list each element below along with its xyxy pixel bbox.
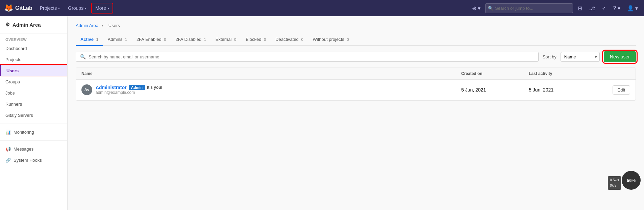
tab-2fa-disabled[interactable]: 2FA Disabled 1 (171, 33, 210, 46)
tab-active-count: 1 (96, 37, 98, 42)
more-chevron-icon: ▾ (107, 6, 109, 10)
tab-blocked[interactable]: Blocked 0 (241, 33, 271, 46)
tab-external-label: External (216, 37, 232, 42)
jobs-sidebar-label: Jobs (5, 90, 15, 96)
sort-select[interactable]: Name Email Created date Last activity (561, 52, 600, 62)
col-created: Created on (461, 71, 529, 76)
sidebar: ⚙ Admin Area Overview Dashboard Projects… (0, 16, 68, 210)
sidebar-item-runners[interactable]: Runners (0, 99, 67, 110)
tab-admins-count: 1 (125, 37, 127, 42)
groups-chevron-icon: ▾ (85, 6, 86, 10)
user-details: Administrator Admin It's you! admin@exam… (96, 85, 163, 95)
tab-2fa-enabled-count: 0 (164, 37, 166, 42)
perf-cpu: 56% (627, 178, 636, 183)
tab-2fa-disabled-count: 1 (204, 37, 206, 42)
sidebar-item-messages[interactable]: 📢 Messages (0, 143, 67, 155)
gitlab-logo-icon: 🦊 (4, 4, 13, 12)
projects-menu-button[interactable]: Projects ▾ (36, 3, 64, 13)
user-table: Name Created on Last activity Av Adminis… (76, 68, 636, 101)
search-icon: 🔍 (488, 6, 493, 11)
admin-badge: Admin (129, 85, 145, 90)
tab-without-projects-count: 0 (347, 37, 349, 42)
projects-chevron-icon: ▾ (58, 6, 60, 10)
tab-2fa-disabled-label: 2FA Disabled (175, 37, 201, 42)
runners-sidebar-label: Runners (5, 102, 22, 107)
system-hooks-label: System Hooks (14, 158, 42, 163)
perf-upload: 0.5k/s (610, 178, 619, 183)
breadcrumb-admin-link[interactable]: Admin Area (76, 23, 98, 28)
messages-label: Messages (14, 147, 33, 152)
table-row: Av Administrator Admin It's you! admin@e… (76, 80, 636, 100)
tab-external-count: 0 (234, 37, 236, 42)
tab-blocked-count: 0 (264, 37, 266, 42)
col-actions (596, 71, 630, 76)
new-user-button[interactable]: New user (604, 51, 636, 62)
tab-deactivated[interactable]: Deactivated 0 (271, 33, 308, 46)
more-label: More (95, 5, 106, 11)
user-created-date: 5 Jun, 2021 (461, 87, 529, 93)
user-actions: Edit (596, 85, 630, 95)
user-last-activity: 5 Jun, 2021 (529, 87, 596, 93)
search-box: 🔍 (76, 52, 539, 62)
perf-info: 0.5k/s 0k/s (608, 176, 621, 190)
tab-blocked-label: Blocked (246, 37, 261, 42)
sidebar-item-gitaly[interactable]: Gitaly Servers (0, 110, 67, 121)
user-avatar-button[interactable]: 👤 ▾ (625, 3, 640, 14)
sidebar-item-users[interactable]: Users (0, 65, 67, 76)
merge-requests-icon[interactable]: ⎇ (587, 3, 597, 14)
user-name-text[interactable]: Administrator (96, 85, 127, 90)
hooks-icon: 🔗 (5, 158, 11, 163)
global-search-input[interactable] (485, 3, 573, 13)
sidebar-title: Admin Area (13, 22, 41, 28)
sidebar-item-monitoring[interactable]: 📊 Monitoring (0, 127, 67, 138)
user-info: Av Administrator Admin It's you! admin@e… (81, 84, 461, 95)
edit-user-button[interactable]: Edit (613, 85, 630, 95)
tab-2fa-enabled[interactable]: 2FA Enabled 0 (132, 33, 171, 46)
tab-external[interactable]: External 0 (211, 33, 241, 46)
sidebar-item-jobs[interactable]: Jobs (0, 87, 67, 99)
col-activity: Last activity (529, 71, 596, 76)
sidebar-item-dashboard[interactable]: Dashboard (0, 43, 67, 54)
logo-text: GitLab (15, 5, 32, 11)
top-navigation: 🦊 GitLab Projects ▾ Groups ▾ More ▾ ⊕ ▾ … (0, 0, 644, 16)
messages-icon: 📢 (5, 147, 11, 152)
table-header: Name Created on Last activity (76, 68, 636, 80)
tab-active[interactable]: Active 1 (76, 33, 103, 46)
breadcrumb-separator: › (102, 23, 103, 28)
itsyou-note: It's you! (147, 85, 163, 90)
sidebar-item-system-hooks[interactable]: 🔗 System Hooks (0, 155, 67, 166)
groups-menu-button[interactable]: Groups ▾ (65, 3, 90, 13)
groups-sidebar-label: Groups (5, 79, 20, 84)
breadcrumb: Admin Area › Users (76, 23, 636, 28)
projects-sidebar-label: Projects (5, 57, 21, 62)
tab-admins[interactable]: Admins 1 (103, 33, 132, 46)
tab-deactivated-count: 0 (301, 37, 303, 42)
monitoring-icon: 📊 (5, 130, 11, 135)
search-icon: 🔍 (80, 54, 86, 59)
sidebar-item-groups[interactable]: Groups (0, 76, 67, 87)
more-menu-button[interactable]: More ▾ (91, 3, 113, 14)
tab-active-label: Active (80, 37, 94, 42)
new-item-button[interactable]: ⊕ ▾ (470, 3, 482, 14)
perf-widget: 56% (622, 171, 641, 190)
monitoring-label: Monitoring (14, 130, 34, 135)
main-content: Admin Area › Users Active 1 Admins 1 2FA… (68, 16, 644, 210)
avatar-initials: Av (84, 87, 90, 92)
sidebar-header: ⚙ Admin Area (0, 16, 67, 33)
tab-without-projects[interactable]: Without projects 0 (308, 33, 354, 46)
user-email: admin@example.com (96, 90, 163, 95)
logo[interactable]: 🦊 GitLab (4, 4, 32, 12)
perf-download: 0k/s (610, 183, 619, 188)
user-name-row: Administrator Admin It's you! (96, 85, 163, 90)
panel-toggle-icon[interactable]: ⊞ (576, 3, 584, 14)
groups-label: Groups (68, 5, 83, 11)
sort-wrapper: Name Email Created date Last activity (561, 52, 600, 62)
projects-label: Projects (40, 5, 57, 11)
sidebar-item-projects[interactable]: Projects (0, 54, 67, 65)
dashboard-label: Dashboard (5, 46, 27, 51)
help-menu-button[interactable]: ? ▾ (611, 3, 622, 14)
issues-icon[interactable]: ✓ (600, 3, 608, 14)
sort-by-label: Sort by (543, 54, 556, 59)
user-search-input[interactable] (89, 54, 534, 59)
overview-section-label: Overview (0, 33, 67, 43)
